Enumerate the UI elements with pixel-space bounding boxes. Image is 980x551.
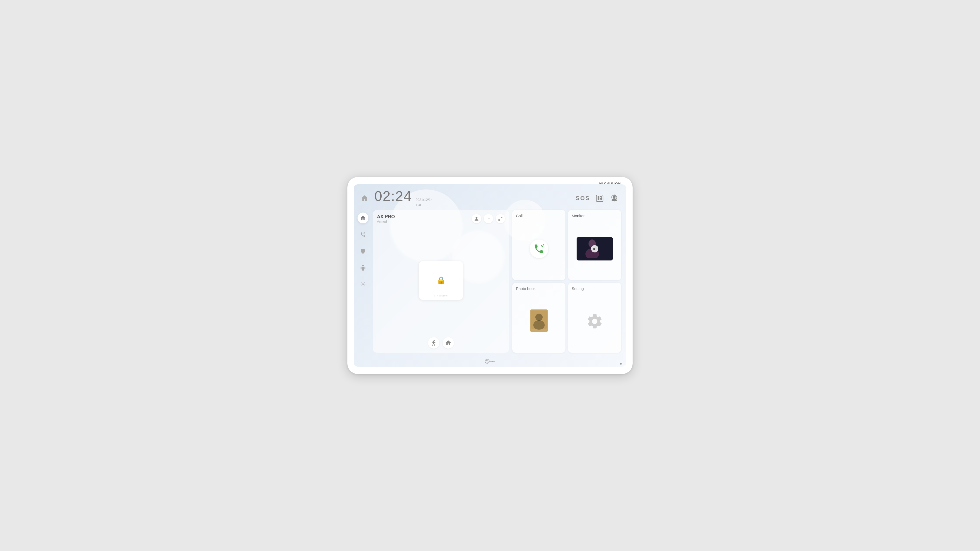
home-icon[interactable] <box>359 192 370 204</box>
call-card-content <box>515 220 563 278</box>
svg-point-20 <box>485 359 489 364</box>
setting-card[interactable]: Setting <box>568 283 621 353</box>
photobook-card[interactable]: Photo book <box>512 283 565 353</box>
date-display: 2021/12/14 <box>415 197 433 202</box>
svg-point-21 <box>486 360 488 362</box>
svg-point-18 <box>535 314 542 321</box>
photobook-card-content <box>515 293 563 350</box>
sidebar-item-android[interactable] <box>358 262 368 273</box>
sidebar-item-home[interactable] <box>358 213 368 224</box>
svg-rect-1 <box>598 196 600 200</box>
setting-card-title: Setting <box>571 286 584 291</box>
call-icon-wrap <box>530 240 548 258</box>
sos-button[interactable]: SOS <box>576 195 590 202</box>
dot-indicator <box>620 363 622 365</box>
main-content: AX PRO Armed ··· <box>354 210 626 357</box>
elevator-button[interactable] <box>595 193 605 203</box>
svg-point-5 <box>613 195 616 198</box>
photobook-icon <box>530 311 548 332</box>
panel-subtitle: Armed <box>377 219 395 224</box>
top-right-buttons: SOS <box>576 193 619 203</box>
sidebar-item-automation[interactable] <box>358 279 368 290</box>
svg-rect-0 <box>596 195 603 202</box>
call-card[interactable]: Call <box>512 210 565 280</box>
date-block: 2021/12/14 TUE <box>415 197 433 207</box>
time-display: 02:24 <box>374 189 412 203</box>
panel-header: AX PRO Armed ··· <box>377 214 505 224</box>
right-grid: Call Monitor <box>512 210 621 353</box>
play-button[interactable]: ▶ <box>591 245 598 252</box>
photobook-card-title: Photo book <box>515 286 536 291</box>
person-button[interactable] <box>472 214 481 224</box>
svg-line-12 <box>498 219 500 221</box>
resize-button[interactable] <box>496 214 505 224</box>
svg-line-11 <box>501 217 502 218</box>
screen: 02:24 2021/12/14 TUE SOS <box>354 184 626 367</box>
top-bar: 02:24 2021/12/14 TUE SOS <box>354 184 626 210</box>
svg-point-10 <box>362 284 364 285</box>
sidebar <box>356 210 370 353</box>
sidebar-item-security[interactable] <box>358 246 368 257</box>
setting-card-content <box>571 293 619 350</box>
panel-title-block: AX PRO Armed <box>377 214 395 224</box>
more-button[interactable]: ··· <box>484 214 493 224</box>
panel-actions: ··· <box>472 214 505 224</box>
away-mode-button[interactable] <box>428 337 439 349</box>
sidebar-item-calls[interactable] <box>358 229 368 240</box>
key-button[interactable] <box>485 359 495 364</box>
call-card-title: Call <box>515 214 523 218</box>
ax-pro-device: 🔒 HIKVISION <box>419 261 463 300</box>
monitor-card[interactable]: Monitor ▶ <box>568 210 621 280</box>
device-lock-icon: 🔒 <box>437 276 445 284</box>
home-mode-button[interactable] <box>442 337 454 349</box>
center-panel: AX PRO Armed ··· <box>373 210 509 353</box>
guard-button[interactable] <box>609 193 619 203</box>
panel-title: AX PRO <box>377 214 395 219</box>
monitor-video: ▶ <box>577 237 613 260</box>
svg-point-19 <box>533 320 545 330</box>
day-display: TUE <box>415 202 433 208</box>
monitor-card-title: Monitor <box>571 214 585 218</box>
panel-device: 🔒 HIKVISION <box>377 227 505 333</box>
panel-footer <box>377 337 505 349</box>
monitor-card-content: ▶ <box>571 220 619 278</box>
device-frame: HIKVISION 02:24 2021/12/14 TUE SOS <box>347 177 633 374</box>
time-block: 02:24 2021/12/14 TUE <box>374 189 433 207</box>
settings-icon <box>586 313 603 330</box>
bottom-bar <box>354 357 626 367</box>
device-brand: HIKVISION <box>434 295 448 297</box>
